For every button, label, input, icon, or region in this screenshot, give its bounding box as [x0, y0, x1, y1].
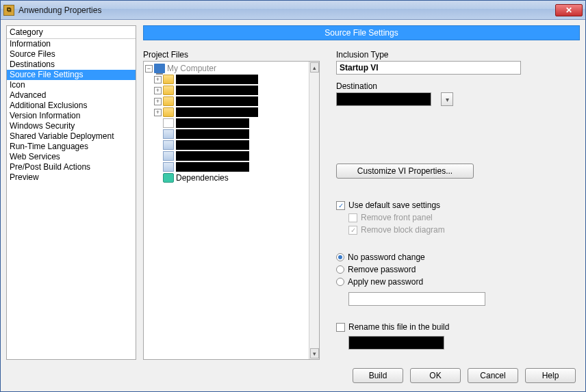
folder-icon — [163, 96, 174, 106]
destination-dropdown[interactable] — [441, 92, 453, 106]
expander-icon[interactable]: − — [145, 65, 153, 73]
password-input[interactable] — [348, 292, 485, 306]
remove-block-diagram-checkbox: Remove block diagram — [348, 224, 580, 236]
checkbox-icon — [348, 226, 357, 235]
category-item[interactable]: Run-Time Languages — [7, 142, 136, 152]
folder-icon — [163, 75, 174, 84]
radio-icon — [336, 278, 344, 286]
dependencies-icon — [163, 173, 174, 183]
radio-icon — [336, 253, 344, 261]
redacted-label — [176, 86, 258, 95]
no-password-change-radio[interactable]: No password change — [336, 251, 580, 263]
file-icon — [163, 118, 174, 128]
redacted-label — [176, 107, 258, 117]
redacted-label — [176, 96, 258, 106]
build-button[interactable]: Build — [353, 368, 403, 383]
project-files-wrap: Project Files −My Computer + + + + — [143, 50, 320, 360]
category-item[interactable]: Source Files — [7, 49, 136, 60]
destination-value — [336, 92, 431, 106]
vi-icon — [163, 129, 174, 139]
destination-label: Destination — [336, 81, 580, 91]
customize-vi-properties-button[interactable]: Customize VI Properties... — [336, 164, 474, 179]
category-list[interactable]: InformationSource FilesDestinationsSourc… — [7, 39, 136, 183]
window-title: Anwendung Properties — [18, 5, 101, 15]
category-item[interactable]: Icon — [7, 80, 136, 90]
rename-value — [348, 336, 444, 350]
tree-root-label: My Computer — [167, 64, 216, 73]
category-item[interactable]: Web Services — [7, 152, 136, 162]
category-item[interactable]: Pre/Post Build Actions — [7, 162, 136, 172]
category-item[interactable]: Version Information — [7, 111, 136, 121]
project-files-tree[interactable]: −My Computer + + + + Dependencies — [143, 61, 320, 360]
category-item[interactable]: Destinations — [7, 60, 136, 70]
redacted-label — [176, 129, 249, 139]
rename-file-checkbox[interactable]: Rename this file in the build — [336, 321, 580, 333]
checkbox-icon — [336, 201, 345, 210]
scroll-up-icon[interactable]: ▴ — [310, 62, 319, 73]
scroll-down-icon[interactable]: ▾ — [310, 348, 319, 358]
redacted-label — [176, 75, 258, 84]
category-header: Category — [7, 26, 136, 39]
category-panel: Category InformationSource FilesDestinat… — [6, 25, 136, 360]
remove-password-radio[interactable]: Remove password — [336, 263, 580, 276]
right-area: Source File Settings Project Files −My C… — [143, 25, 580, 360]
remove-front-panel-checkbox: Remove front panel — [348, 211, 580, 224]
use-default-save-checkbox[interactable]: Use default save settings — [336, 199, 580, 211]
expander-icon[interactable]: + — [154, 98, 162, 105]
tree-scrollbar[interactable]: ▴ ▾ — [309, 62, 319, 359]
inclusion-type-label: Inclusion Type — [336, 50, 580, 60]
tree-dependencies-label: Dependencies — [176, 173, 229, 183]
section-header: Source File Settings — [143, 25, 580, 40]
category-item[interactable]: Additional Exclusions — [7, 101, 136, 111]
vi-icon — [163, 140, 174, 150]
help-button[interactable]: Help — [525, 368, 576, 383]
computer-icon — [154, 64, 165, 73]
cancel-button[interactable]: Cancel — [468, 368, 518, 383]
redacted-label — [176, 140, 249, 150]
category-item[interactable]: Advanced — [7, 90, 136, 101]
radio-icon — [336, 265, 344, 274]
checkbox-icon — [336, 323, 345, 332]
checkbox-icon — [348, 213, 357, 222]
project-files-label: Project Files — [143, 50, 320, 60]
vi-icon — [163, 151, 174, 161]
footer-buttons: Build OK Cancel Help — [353, 368, 576, 383]
redacted-label — [176, 118, 249, 128]
category-item[interactable]: Source File Settings — [7, 70, 136, 80]
content-area: Category InformationSource FilesDestinat… — [1, 20, 585, 391]
folder-icon — [163, 107, 174, 117]
expander-icon[interactable]: + — [154, 109, 162, 116]
titlebar[interactable]: ⧉ Anwendung Properties ✕ — [1, 1, 585, 20]
apply-new-password-radio[interactable]: Apply new password — [336, 276, 580, 288]
vi-icon — [163, 162, 174, 172]
folder-icon — [163, 86, 174, 95]
close-button[interactable]: ✕ — [555, 4, 583, 16]
category-item[interactable]: Shared Variable Deployment — [7, 131, 136, 142]
category-item[interactable]: Information — [7, 39, 136, 49]
ok-button[interactable]: OK — [410, 368, 461, 383]
category-item[interactable]: Preview — [7, 172, 136, 183]
inclusion-type-value: Startup VI — [336, 61, 521, 75]
expander-icon[interactable]: + — [154, 87, 162, 94]
redacted-label — [176, 151, 249, 161]
app-icon: ⧉ — [3, 5, 14, 16]
redacted-label — [176, 162, 249, 172]
properties-window: ⧉ Anwendung Properties ✕ Category Inform… — [0, 0, 586, 392]
settings-column: Inclusion Type Startup VI Destination Cu… — [336, 50, 580, 360]
expander-icon[interactable]: + — [154, 76, 162, 83]
category-item[interactable]: Windows Security — [7, 121, 136, 131]
